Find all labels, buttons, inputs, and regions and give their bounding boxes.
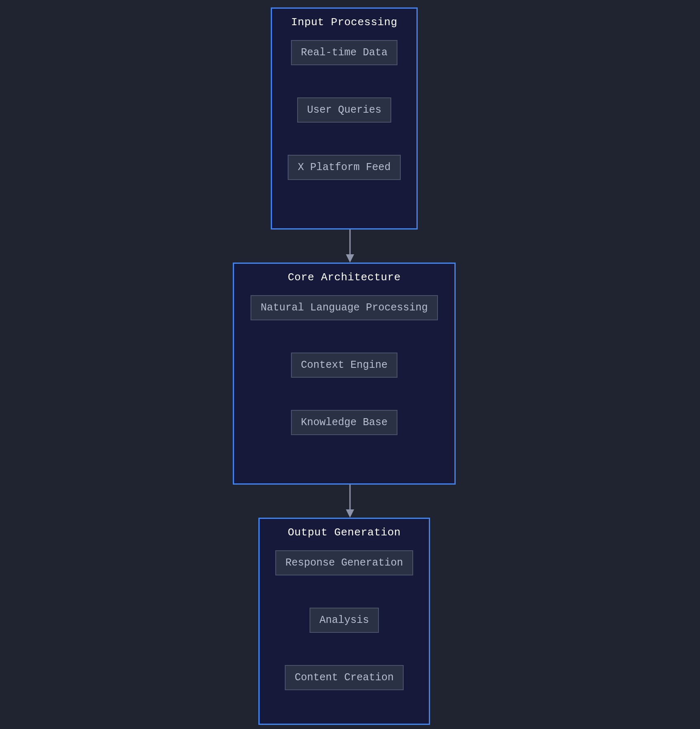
arrow-down-icon — [344, 230, 356, 263]
stage-input-processing: Input Processing Real-time Data User Que… — [271, 7, 418, 230]
stage-title: Input Processing — [284, 16, 405, 28]
stage-title: Output Generation — [271, 526, 417, 539]
diagram-node: Natural Language Processing — [251, 295, 438, 320]
stage-items: Response Generation Analysis Content Cre… — [271, 550, 417, 690]
arrow-down-icon — [344, 485, 356, 518]
diagram-node: Context Engine — [291, 353, 397, 378]
diagram-node: Knowledge Base — [291, 410, 397, 435]
diagram-node: X Platform Feed — [288, 155, 400, 180]
stage-title: Core Architecture — [246, 271, 443, 284]
stage-items: Real-time Data User Queries X Platform F… — [284, 40, 405, 180]
diagram-node: User Queries — [297, 97, 391, 123]
diagram-node: Response Generation — [275, 550, 413, 575]
svg-marker-3 — [346, 509, 354, 518]
stage-output-generation: Output Generation Response Generation An… — [258, 518, 430, 725]
diagram-node: Content Creation — [285, 665, 404, 690]
svg-marker-1 — [346, 254, 354, 263]
stage-items: Natural Language Processing Context Engi… — [246, 295, 443, 435]
diagram-node: Analysis — [310, 608, 379, 633]
diagram-node: Real-time Data — [291, 40, 397, 65]
stage-core-architecture: Core Architecture Natural Language Proce… — [233, 263, 456, 485]
